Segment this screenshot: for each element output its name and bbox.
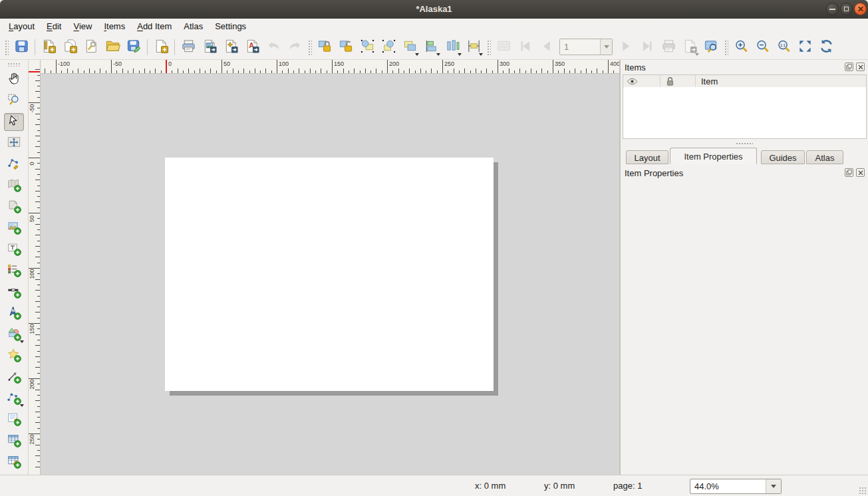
menu-edit[interactable]: Edit <box>41 19 67 35</box>
add-map-tool-button[interactable] <box>4 177 24 195</box>
atlas-preview-button[interactable] <box>494 38 513 57</box>
add-picture-tool-button[interactable] <box>4 219 24 237</box>
deselect-all-button[interactable] <box>379 38 398 57</box>
add-node-item-tool-button[interactable] <box>4 390 24 408</box>
unlock-items-button[interactable] <box>337 38 355 57</box>
distribute-items-button[interactable] <box>443 38 462 57</box>
refresh-view-button[interactable] <box>817 38 835 57</box>
new-layout-button[interactable] <box>39 38 58 57</box>
add-html-tool-button[interactable] <box>4 411 24 429</box>
atlas-feature-number-field[interactable] <box>560 39 600 55</box>
zoom-combo-dropdown-button[interactable] <box>766 479 781 493</box>
menu-items[interactable]: Items <box>98 19 131 35</box>
lock-items-button[interactable] <box>315 38 334 57</box>
zoom-tool-button[interactable] <box>4 92 24 110</box>
dropdown-arrow-icon[interactable] <box>415 53 419 56</box>
edit-nodes-item-tool-button[interactable] <box>4 156 24 174</box>
move-item-content-tool-button[interactable] <box>4 134 24 152</box>
titlebar[interactable]: *Alaska1 <box>0 0 868 19</box>
add-marker-tool-button[interactable] <box>4 347 24 365</box>
items-panel-float-button[interactable] <box>845 62 853 71</box>
toolbar-drag-handle[interactable] <box>486 39 491 55</box>
vertical-ruler[interactable]: -50050100150200250 <box>29 60 41 475</box>
select-all-button[interactable] <box>358 38 376 57</box>
item-properties-panel-title: Item Properties <box>625 168 683 178</box>
menu-add-item[interactable]: Add Item <box>131 19 178 35</box>
dropdown-arrow-icon[interactable] <box>458 53 462 56</box>
export-atlas-button[interactable] <box>680 38 699 57</box>
panel-splitter[interactable] <box>621 139 868 148</box>
save-as-template-button[interactable] <box>124 38 143 57</box>
add-3d-map-tool-button[interactable] <box>4 198 24 216</box>
layout-manager-button[interactable] <box>82 38 100 57</box>
maximize-button[interactable] <box>840 3 853 15</box>
zoom-actual-button[interactable]: 1:1 <box>774 38 793 57</box>
dropdown-arrow-icon[interactable] <box>695 53 699 56</box>
layout-page[interactable] <box>165 158 494 391</box>
zoom-out-button[interactable] <box>753 38 772 57</box>
toolbar-drag-handle[interactable] <box>7 62 21 66</box>
zoom-level-combobox[interactable]: 44.0% <box>690 479 782 494</box>
items-list[interactable] <box>623 87 867 139</box>
item-properties-close-button[interactable] <box>856 168 865 177</box>
save-layout-button[interactable] <box>12 38 31 57</box>
atlas-first-feature-button[interactable] <box>515 38 534 57</box>
export-svg-button[interactable] <box>221 38 240 57</box>
add-attribute-table-tool-button[interactable] <box>4 432 24 450</box>
layout-canvas[interactable] <box>41 74 619 475</box>
add-arrow-tool-button[interactable] <box>4 368 24 386</box>
new-item-from-template-button[interactable] <box>152 38 170 57</box>
horizontal-ruler[interactable]: -100-50050100150200250300350400 <box>41 60 619 74</box>
toolbar-drag-handle[interactable] <box>4 39 9 55</box>
add-north-arrow-tool-button[interactable]: N <box>4 305 24 322</box>
open-layout-button[interactable] <box>103 38 122 57</box>
tab-atlas[interactable]: Atlas <box>806 150 843 164</box>
tab-item-properties[interactable]: Item Properties <box>670 148 757 164</box>
window-resize-grip[interactable] <box>859 487 867 495</box>
pan-tool-button[interactable] <box>4 70 24 88</box>
add-label-tool-button[interactable] <box>4 241 24 259</box>
atlas-previous-feature-button[interactable] <box>537 38 555 57</box>
next-feature-icon <box>619 39 634 56</box>
undo-icon <box>266 39 281 56</box>
zoom-in-button[interactable] <box>732 38 750 57</box>
export-image-button[interactable] <box>200 38 219 57</box>
close-button[interactable] <box>854 3 867 15</box>
atlas-feature-input[interactable] <box>559 39 613 55</box>
dropdown-arrow-icon[interactable] <box>20 340 24 343</box>
items-panel-close-button[interactable] <box>856 62 865 71</box>
raise-items-button[interactable] <box>400 38 419 57</box>
align-items-button[interactable] <box>422 38 440 57</box>
toolbox-toolbar: N <box>0 60 29 475</box>
print-atlas-button[interactable] <box>659 38 678 57</box>
add-fixed-table-tool-button[interactable] <box>4 453 24 471</box>
dropdown-arrow-icon[interactable] <box>20 404 24 407</box>
toolbar-drag-handle[interactable] <box>307 39 312 55</box>
select-move-item-tool-button[interactable] <box>4 113 24 131</box>
atlas-next-feature-button[interactable] <box>617 38 635 57</box>
duplicate-layout-button[interactable] <box>61 38 79 57</box>
add-scalebar-tool-button[interactable] <box>4 283 24 301</box>
tab-layout[interactable]: Layout <box>626 150 668 164</box>
minimize-button[interactable] <box>826 3 839 15</box>
undo-button[interactable] <box>264 38 283 57</box>
zoom-out-icon <box>755 39 770 56</box>
export-pdf-button[interactable]: A <box>243 38 261 57</box>
dropdown-arrow-icon[interactable] <box>479 53 483 56</box>
print-button[interactable] <box>179 38 198 57</box>
menu-view[interactable]: View <box>67 19 98 35</box>
dropdown-arrow-icon[interactable] <box>436 53 440 56</box>
zoom-full-button[interactable] <box>796 38 814 57</box>
add-legend-tool-button[interactable] <box>4 262 24 280</box>
tab-guides[interactable]: Guides <box>761 150 805 164</box>
atlas-last-feature-button[interactable] <box>638 38 656 57</box>
menu-layout[interactable]: Layout <box>3 19 41 35</box>
menu-atlas[interactable]: Atlas <box>178 19 209 35</box>
resize-items-button[interactable] <box>464 38 483 57</box>
menu-settings[interactable]: Settings <box>209 19 252 35</box>
atlas-settings-button[interactable] <box>702 38 720 57</box>
item-properties-float-button[interactable] <box>845 168 853 177</box>
redo-button[interactable] <box>285 38 304 57</box>
toolbar-drag-handle[interactable] <box>724 39 728 55</box>
add-shape-tool-button[interactable] <box>4 326 24 344</box>
